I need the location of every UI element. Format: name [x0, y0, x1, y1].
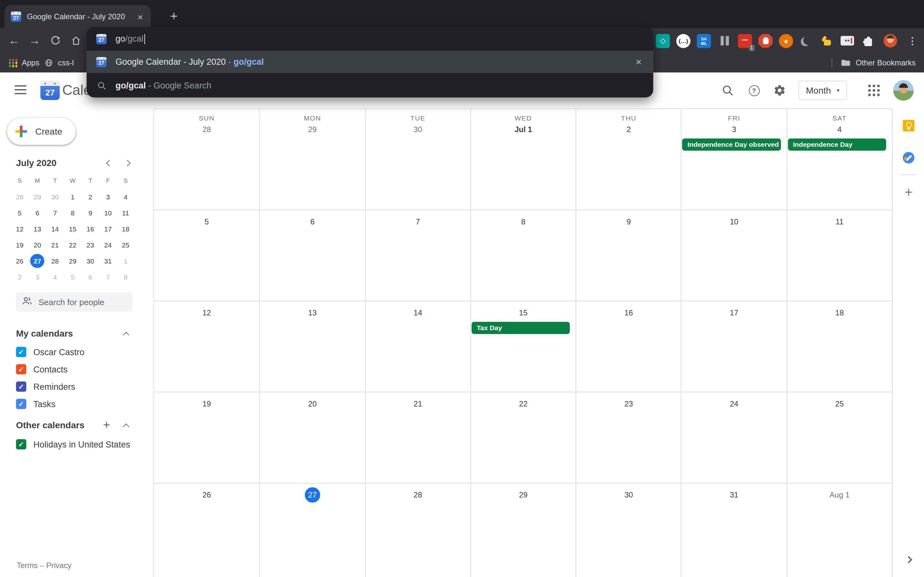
calendar-checkbox[interactable]	[16, 399, 26, 409]
get-addons-button[interactable]: +	[900, 184, 917, 201]
my-calendars-collapse-icon[interactable]	[118, 327, 134, 342]
date-number[interactable]: 8	[521, 217, 525, 227]
date-number[interactable]: 26	[202, 490, 211, 500]
date-cell[interactable]: TUE30	[365, 109, 470, 210]
mini-day[interactable]: 8	[71, 209, 75, 216]
mini-day[interactable]: 2	[18, 273, 22, 280]
omnibox[interactable]: 27 go/gcal	[87, 27, 653, 51]
date-number[interactable]: 21	[414, 399, 422, 409]
extension-teal-icon[interactable]: ◇	[656, 34, 670, 48]
calendar-list-item[interactable]: Reminders	[16, 382, 84, 392]
calendar-list-item[interactable]: Oscar Castro	[16, 347, 84, 357]
other-bookmarks[interactable]: Other Bookmarks	[831, 53, 916, 73]
mini-day[interactable]: 3	[106, 193, 110, 200]
search-people-box[interactable]	[16, 292, 132, 311]
reload-icon[interactable]	[47, 28, 63, 53]
calendar-list-item[interactable]: Holidays in United States	[16, 439, 130, 450]
date-number[interactable]: 20	[308, 399, 317, 409]
mini-day[interactable]: 22	[69, 241, 76, 248]
new-tab-button[interactable]: +	[164, 6, 184, 26]
date-number[interactable]: 3	[732, 124, 736, 135]
date-cell[interactable]: MON29	[260, 109, 365, 210]
date-cell[interactable]: 11	[787, 210, 892, 301]
mini-day[interactable]: 26	[16, 257, 23, 264]
date-number[interactable]: 10	[730, 217, 738, 227]
other-calendars-collapse-icon[interactable]	[118, 419, 134, 434]
mini-day[interactable]: 20	[34, 241, 41, 248]
mini-day-today[interactable]: 27	[31, 253, 45, 268]
extension-thumbs-up-icon[interactable]	[820, 34, 834, 48]
bookmark-item[interactable]: css-l	[45, 58, 74, 67]
mini-day[interactable]: 17	[104, 225, 111, 232]
date-number[interactable]: 31	[730, 490, 738, 500]
date-cell[interactable]: 6	[260, 210, 365, 301]
date-number[interactable]: Aug 1	[829, 490, 850, 500]
suggestion-search[interactable]: go/gcal - Google Search	[87, 73, 653, 97]
mini-day[interactable]: 4	[53, 273, 57, 280]
date-number[interactable]: 28	[414, 490, 422, 500]
event-pill[interactable]: Independence Day observed	[682, 139, 781, 151]
date-cell[interactable]: 16	[575, 301, 681, 392]
date-cell[interactable]: 10	[681, 210, 787, 301]
mini-day[interactable]: 18	[122, 225, 129, 232]
date-cell[interactable]: 31	[681, 483, 787, 577]
mini-day[interactable]: 28	[51, 257, 59, 264]
mini-day[interactable]: 6	[36, 209, 39, 216]
account-avatar[interactable]	[893, 80, 914, 101]
date-cell[interactable]: 26	[154, 483, 260, 577]
date-cell[interactable]: 19	[154, 392, 260, 483]
terms-privacy-link[interactable]: Terms – Privacy	[17, 561, 71, 570]
extension-password-manager-icon[interactable]: •••1	[738, 34, 752, 48]
date-cell[interactable]: 28	[365, 483, 470, 577]
add-other-calendars-icon[interactable]: +	[99, 417, 114, 433]
date-number[interactable]: 30	[624, 490, 633, 500]
date-cell[interactable]: 17	[681, 301, 787, 392]
mini-day[interactable]: 25	[122, 241, 129, 248]
google-apps-grid-icon[interactable]	[868, 85, 880, 96]
mini-day[interactable]: 19	[16, 241, 23, 248]
mini-day[interactable]: 9	[89, 209, 92, 216]
calendar-checkbox[interactable]	[16, 382, 26, 392]
date-cell[interactable]: 9	[575, 210, 681, 301]
mini-day[interactable]: 24	[104, 241, 111, 248]
browser-profile-avatar[interactable]	[884, 34, 897, 47]
calendar-checkbox[interactable]	[16, 364, 26, 374]
browser-menu-icon[interactable]: ⋮	[905, 28, 920, 53]
date-cell[interactable]: 15Tax Day	[470, 301, 576, 392]
date-cell[interactable]: 29	[470, 483, 576, 577]
date-number[interactable]: 5	[205, 217, 209, 227]
date-cell[interactable]: 23	[575, 392, 681, 483]
date-cell[interactable]: 8	[470, 210, 576, 301]
search-people-input[interactable]	[39, 297, 122, 307]
mini-day[interactable]: 30	[87, 257, 94, 264]
date-number[interactable]: 19	[202, 399, 211, 409]
mini-day[interactable]: 15	[69, 225, 76, 232]
date-number[interactable]: 17	[730, 308, 738, 318]
mini-day[interactable]: 23	[87, 241, 94, 248]
date-number[interactable]: 29	[308, 124, 317, 135]
mini-day[interactable]: 1	[71, 193, 75, 200]
mini-day[interactable]: 7	[53, 209, 57, 216]
extension-json-viewer-icon[interactable]: {…}	[676, 34, 690, 48]
mini-day[interactable]: 28	[16, 193, 23, 200]
mini-day[interactable]: 29	[34, 193, 41, 200]
date-number[interactable]: 30	[414, 124, 422, 135]
date-cell[interactable]: WEDJul 1	[470, 109, 576, 210]
mini-day[interactable]: 16	[87, 225, 94, 232]
mini-day[interactable]: 2	[89, 193, 92, 200]
settings-gear-icon[interactable]	[772, 83, 787, 98]
mini-day[interactable]: 11	[122, 209, 129, 216]
calendar-list-item[interactable]: Contacts	[16, 364, 84, 374]
mini-day[interactable]: 31	[104, 257, 111, 264]
date-number[interactable]: 29	[519, 490, 528, 500]
date-cell[interactable]: 13	[260, 301, 365, 392]
mini-day[interactable]: 6	[89, 273, 92, 280]
back-icon[interactable]: ←	[6, 28, 22, 53]
tab-close-icon[interactable]: ×	[136, 12, 144, 21]
date-number[interactable]: 7	[416, 217, 420, 227]
date-number[interactable]: 14	[414, 308, 422, 318]
date-cell[interactable]: 24	[681, 392, 787, 483]
collapse-panel-chevron-icon[interactable]	[901, 552, 916, 567]
date-number[interactable]: 6	[310, 217, 314, 227]
mini-day[interactable]: 10	[104, 209, 111, 216]
